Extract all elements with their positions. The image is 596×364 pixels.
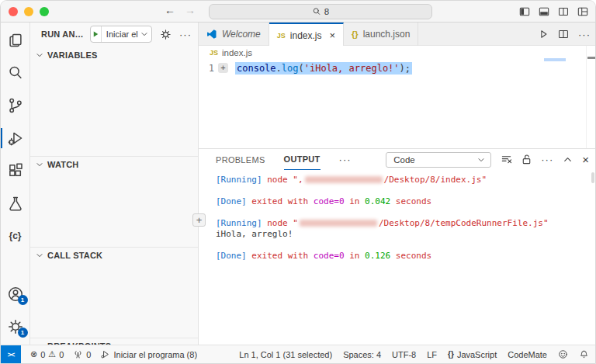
split-editor-icon[interactable] (557, 6, 570, 17)
remote-indicator[interactable]: >< (1, 345, 21, 364)
output-token: 0.126 (365, 251, 390, 261)
close-tab-icon[interactable]: × (330, 29, 336, 41)
run-and-debug-icon[interactable] (1, 127, 30, 150)
tab-output[interactable]: OUTPUT (284, 149, 321, 170)
javascript-file-icon: JS (277, 32, 286, 40)
panel-more-tabs[interactable]: ··· (339, 154, 352, 165)
output-token: seconds (390, 196, 431, 206)
problems-status[interactable]: ⊗ 0 ⚠ 0 (30, 349, 64, 359)
notifications-bell-icon[interactable] (579, 349, 589, 359)
output-token: node " (267, 218, 298, 228)
output-token: /Desktop/8/tempCodeRunnerFile.js" (379, 218, 549, 228)
line-number: 1 (199, 63, 214, 74)
settings-gear-icon[interactable]: 1 (1, 315, 30, 338)
editor-group: Welcome JS index.js × {} launch.json ···… (199, 23, 596, 148)
sidebar-title: RUN AN… (41, 29, 84, 39)
search-view-icon[interactable] (1, 61, 30, 85)
command-center-search[interactable]: 8 (209, 4, 432, 19)
chevron-down-icon (35, 251, 44, 260)
output-channel-select[interactable]: Code (386, 152, 491, 168)
editor-more-actions[interactable]: ··· (578, 29, 591, 40)
breadcrumb[interactable]: JS index.js (199, 46, 596, 60)
output-lines: [Running] node ",/Desktop/8/index.js" [D… (199, 170, 596, 346)
braces-icon: {} (448, 350, 454, 359)
status-bar: >< ⊗ 0 ⚠ 0 0 Iniciar el programa (8) Ln … (1, 345, 596, 363)
extension-status[interactable]: CodeMate (508, 350, 547, 359)
output-token: in (345, 196, 366, 206)
zoom-window-button[interactable] (40, 7, 49, 16)
output-token: [Running] (216, 218, 267, 228)
output-token: [Done] (216, 196, 251, 206)
settings-badge: 1 (18, 328, 28, 338)
minimize-window-button[interactable] (24, 7, 33, 16)
testing-icon[interactable] (1, 192, 30, 215)
output-token: seconds (390, 251, 431, 261)
run-file-icon[interactable] (538, 29, 549, 40)
split-editor-icon[interactable] (558, 29, 569, 40)
search-value: 8 (324, 7, 329, 16)
activity-bar: {c} 1 1 (1, 23, 30, 346)
ports-status[interactable]: 0 (73, 349, 91, 359)
output-token: [Done] (216, 251, 251, 261)
chevron-down-icon (35, 50, 44, 60)
launch-configuration-control[interactable]: Iniciar el pro (90, 26, 152, 43)
indentation-status[interactable]: Spaces: 4 (343, 350, 381, 359)
sidebar-header: RUN AN… Iniciar el pro ··· (30, 23, 198, 46)
cursor-position-status[interactable]: Ln 1, Col 1 (31 selected) (239, 350, 332, 359)
output-channel-value: Code (393, 155, 415, 165)
panel-more-actions[interactable]: ··· (541, 154, 553, 165)
explorer-icon[interactable] (1, 29, 30, 52)
selected-code-text: console.log('iHola, arreglo!'); (235, 62, 412, 75)
close-panel-icon[interactable]: × (582, 154, 589, 165)
call-stack-section-header[interactable]: CALL STACK (30, 247, 198, 262)
c-extension-icon[interactable]: {c} (1, 224, 30, 248)
output-line (216, 185, 596, 196)
debug-play-icon (100, 349, 110, 359)
javascript-file-icon: JS (210, 49, 218, 57)
output-token: /Desktop/8/index.js" (384, 175, 487, 185)
output-line: [Running] node ",/Desktop/8/index.js" (216, 175, 596, 185)
chevron-down-icon[interactable] (140, 29, 151, 39)
titlebar: ← → 8 (1, 1, 596, 23)
output-token: iHola, arreglo! (216, 229, 293, 239)
close-window-button[interactable] (9, 7, 18, 16)
back-arrow-icon[interactable]: ← (162, 4, 178, 16)
json-file-icon: {} (352, 29, 359, 39)
customize-layout-icon[interactable] (577, 6, 589, 17)
code-editor[interactable]: 1 + console.log('iHola, arreglo!'); (199, 60, 596, 148)
extensions-icon[interactable] (1, 159, 30, 182)
toggle-panel-icon[interactable] (538, 6, 550, 17)
accounts-icon[interactable]: 1 (1, 283, 30, 306)
configure-gear-icon[interactable] (160, 29, 172, 40)
encoding-status[interactable]: UTF-8 (392, 350, 416, 359)
tab-launch-json[interactable]: {} launch.json (344, 23, 418, 46)
source-control-icon[interactable] (1, 94, 30, 117)
vscode-window: ← → 8 {c} 1 1 RUN A (0, 0, 596, 364)
eol-status[interactable]: LF (427, 350, 437, 359)
tab-welcome[interactable]: Welcome (199, 23, 269, 46)
feedback-smiley-icon[interactable] (558, 349, 568, 359)
unlock-icon[interactable] (521, 154, 532, 165)
launch-config-label: Iniciar el pro (102, 29, 140, 39)
clear-output-icon[interactable] (501, 154, 512, 165)
vscode-logo-icon (206, 29, 217, 40)
panel-scrollbar[interactable] (591, 172, 594, 183)
output-line: [Done] exited with code=0 in 0.042 secon… (216, 196, 596, 207)
code-line-1: 1 + console.log('iHola, arreglo!'); (199, 61, 596, 75)
toggle-primary-sidebar-icon[interactable] (518, 6, 531, 17)
tab-problems[interactable]: PROBLEMS (216, 149, 265, 170)
sash-add-button[interactable]: + (192, 213, 206, 227)
accounts-badge: 1 (18, 295, 28, 305)
language-status[interactable]: {} JavaScript (448, 350, 497, 359)
maximize-panel-icon[interactable] (562, 154, 573, 165)
tab-index-js[interactable]: JS index.js × (269, 23, 344, 47)
minimap-border (586, 46, 587, 148)
watch-section-header[interactable]: WATCH (30, 156, 198, 172)
debug-status[interactable]: Iniciar el programa (8) (100, 349, 197, 359)
output-token: code=0 (314, 196, 345, 206)
sidebar-more-actions[interactable]: ··· (179, 29, 192, 40)
start-debug-button[interactable] (91, 26, 102, 42)
variables-section-header[interactable]: VARIABLES (30, 47, 198, 63)
inline-add-button[interactable]: + (218, 63, 228, 73)
forward-arrow-icon[interactable]: → (182, 4, 198, 16)
